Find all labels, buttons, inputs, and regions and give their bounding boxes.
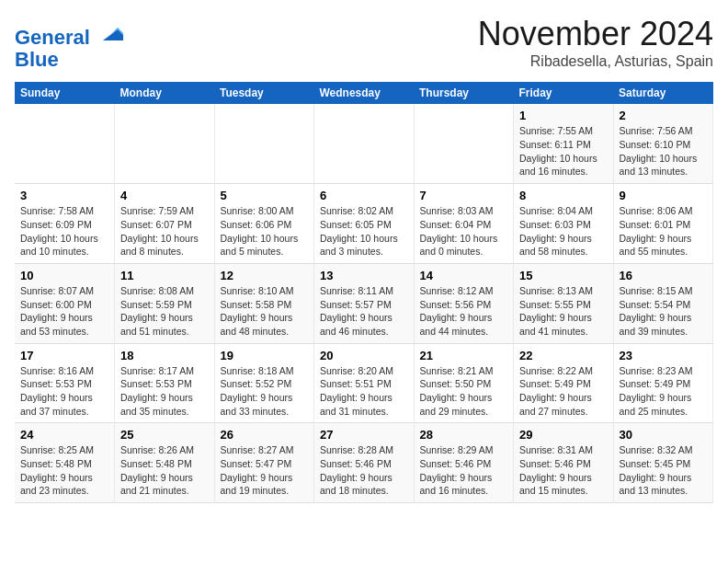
day-info: Sunrise: 7:56 AMSunset: 6:10 PMDaylight:… — [620, 124, 708, 178]
day-number: 4 — [120, 189, 209, 202]
weekday-header-wednesday: Wednesday — [314, 82, 415, 104]
day-number: 14 — [420, 269, 508, 282]
day-info: Sunrise: 7:58 AMSunset: 6:09 PMDaylight:… — [20, 204, 108, 259]
day-cell: 5Sunrise: 8:00 AMSunset: 6:06 PMDaylight… — [214, 184, 314, 264]
week-row-5: 24Sunrise: 8:25 AMSunset: 5:48 PMDayligh… — [15, 423, 713, 503]
day-number: 17 — [20, 349, 108, 362]
weekday-header-tuesday: Tuesday — [214, 82, 314, 104]
week-row-3: 10Sunrise: 8:07 AMSunset: 6:00 PMDayligh… — [15, 263, 713, 343]
day-number: 13 — [320, 269, 408, 282]
day-number: 24 — [20, 428, 108, 442]
day-info: Sunrise: 8:00 AMSunset: 6:06 PMDaylight:… — [221, 204, 309, 259]
day-cell — [214, 104, 314, 183]
day-number: 10 — [20, 269, 108, 282]
day-info: Sunrise: 8:11 AMSunset: 5:57 PMDaylight:… — [320, 284, 408, 339]
logo-line1: General — [15, 26, 90, 49]
day-cell: 12Sunrise: 8:10 AMSunset: 5:58 PMDayligh… — [214, 263, 314, 343]
day-number: 28 — [420, 428, 508, 442]
day-number: 9 — [620, 189, 708, 202]
day-number: 12 — [221, 269, 309, 282]
day-number: 29 — [519, 428, 608, 442]
day-number: 3 — [20, 189, 108, 202]
day-number: 6 — [320, 189, 408, 202]
month-title: November 2024 — [478, 15, 713, 53]
day-info: Sunrise: 7:59 AMSunset: 6:07 PMDaylight:… — [120, 204, 209, 259]
weekday-header-thursday: Thursday — [414, 82, 514, 104]
day-cell: 22Sunrise: 8:22 AMSunset: 5:49 PMDayligh… — [514, 343, 614, 423]
week-row-4: 17Sunrise: 8:16 AMSunset: 5:53 PMDayligh… — [15, 343, 713, 423]
day-info: Sunrise: 8:27 AMSunset: 5:47 PMDaylight:… — [221, 443, 309, 498]
day-cell: 26Sunrise: 8:27 AMSunset: 5:47 PMDayligh… — [214, 423, 314, 503]
day-info: Sunrise: 8:32 AMSunset: 5:45 PMDaylight:… — [620, 443, 708, 498]
day-cell: 8Sunrise: 8:04 AMSunset: 6:03 PMDaylight… — [514, 184, 614, 264]
day-cell: 9Sunrise: 8:06 AMSunset: 6:01 PMDaylight… — [613, 184, 713, 264]
day-number: 15 — [519, 269, 608, 282]
day-cell: 18Sunrise: 8:17 AMSunset: 5:53 PMDayligh… — [115, 343, 215, 423]
day-cell: 7Sunrise: 8:03 AMSunset: 6:04 PMDaylight… — [414, 184, 514, 264]
day-number: 21 — [420, 349, 508, 362]
weekday-header-monday: Monday — [115, 82, 215, 104]
day-cell: 28Sunrise: 8:29 AMSunset: 5:46 PMDayligh… — [414, 423, 514, 503]
day-cell: 23Sunrise: 8:23 AMSunset: 5:49 PMDayligh… — [613, 343, 713, 423]
day-cell: 25Sunrise: 8:26 AMSunset: 5:48 PMDayligh… — [115, 423, 215, 503]
day-number: 7 — [420, 189, 508, 202]
day-info: Sunrise: 8:29 AMSunset: 5:46 PMDaylight:… — [420, 443, 508, 498]
day-cell: 21Sunrise: 8:21 AMSunset: 5:50 PMDayligh… — [414, 343, 514, 423]
day-info: Sunrise: 8:13 AMSunset: 5:55 PMDaylight:… — [519, 284, 608, 339]
day-cell: 1Sunrise: 7:55 AMSunset: 6:11 PMDaylight… — [514, 104, 614, 183]
day-info: Sunrise: 8:20 AMSunset: 5:51 PMDaylight:… — [320, 364, 408, 419]
day-cell — [414, 104, 514, 183]
title-block: November 2024 Ribadesella, Asturias, Spa… — [478, 15, 713, 70]
day-cell: 16Sunrise: 8:15 AMSunset: 5:54 PMDayligh… — [613, 263, 713, 343]
day-info: Sunrise: 8:21 AMSunset: 5:50 PMDaylight:… — [420, 364, 508, 419]
day-info: Sunrise: 8:10 AMSunset: 5:58 PMDaylight:… — [221, 284, 309, 339]
day-cell — [15, 104, 115, 183]
day-number: 25 — [120, 428, 209, 442]
day-number: 16 — [620, 269, 708, 282]
day-cell: 29Sunrise: 8:31 AMSunset: 5:46 PMDayligh… — [514, 423, 614, 503]
day-number: 19 — [221, 349, 309, 362]
day-cell: 27Sunrise: 8:28 AMSunset: 5:46 PMDayligh… — [314, 423, 415, 503]
day-cell: 6Sunrise: 8:02 AMSunset: 6:05 PMDaylight… — [314, 184, 415, 264]
day-number: 11 — [120, 269, 209, 282]
page-header: General Blue November 2024 Ribadesella, … — [15, 15, 713, 71]
day-cell: 13Sunrise: 8:11 AMSunset: 5:57 PMDayligh… — [314, 263, 415, 343]
day-info: Sunrise: 8:12 AMSunset: 5:56 PMDaylight:… — [420, 284, 508, 339]
day-cell: 24Sunrise: 8:25 AMSunset: 5:48 PMDayligh… — [15, 423, 115, 503]
day-cell: 4Sunrise: 7:59 AMSunset: 6:07 PMDaylight… — [115, 184, 215, 264]
weekday-header-friday: Friday — [514, 82, 614, 104]
day-cell: 10Sunrise: 8:07 AMSunset: 6:00 PMDayligh… — [15, 263, 115, 343]
day-cell: 3Sunrise: 7:58 AMSunset: 6:09 PMDaylight… — [15, 184, 115, 264]
weekday-header-row: SundayMondayTuesdayWednesdayThursdayFrid… — [15, 82, 713, 104]
day-info: Sunrise: 8:26 AMSunset: 5:48 PMDaylight:… — [120, 443, 209, 498]
day-cell: 17Sunrise: 8:16 AMSunset: 5:53 PMDayligh… — [15, 343, 115, 423]
day-number: 18 — [120, 349, 209, 362]
day-info: Sunrise: 8:22 AMSunset: 5:49 PMDaylight:… — [519, 364, 608, 419]
day-info: Sunrise: 8:31 AMSunset: 5:46 PMDaylight:… — [519, 443, 608, 498]
logo-icon — [97, 18, 123, 44]
day-info: Sunrise: 8:07 AMSunset: 6:00 PMDaylight:… — [20, 284, 108, 339]
day-cell: 14Sunrise: 8:12 AMSunset: 5:56 PMDayligh… — [414, 263, 514, 343]
day-number: 27 — [320, 428, 408, 442]
week-row-1: 1Sunrise: 7:55 AMSunset: 6:11 PMDaylight… — [15, 104, 713, 183]
day-info: Sunrise: 8:23 AMSunset: 5:49 PMDaylight:… — [620, 364, 708, 419]
day-info: Sunrise: 8:28 AMSunset: 5:46 PMDaylight:… — [320, 443, 408, 498]
day-number: 5 — [221, 189, 309, 202]
week-row-2: 3Sunrise: 7:58 AMSunset: 6:09 PMDaylight… — [15, 184, 713, 264]
day-number: 20 — [320, 349, 408, 362]
day-cell: 2Sunrise: 7:56 AMSunset: 6:10 PMDaylight… — [613, 104, 713, 183]
day-info: Sunrise: 8:03 AMSunset: 6:04 PMDaylight:… — [420, 204, 508, 259]
calendar-table: SundayMondayTuesdayWednesdayThursdayFrid… — [15, 82, 713, 503]
day-info: Sunrise: 8:18 AMSunset: 5:52 PMDaylight:… — [221, 364, 309, 419]
weekday-header-sunday: Sunday — [15, 82, 115, 104]
day-info: Sunrise: 8:06 AMSunset: 6:01 PMDaylight:… — [620, 204, 708, 259]
day-number: 26 — [221, 428, 309, 442]
day-number: 30 — [620, 428, 708, 442]
day-cell: 19Sunrise: 8:18 AMSunset: 5:52 PMDayligh… — [214, 343, 314, 423]
day-cell — [115, 104, 215, 183]
day-number: 8 — [519, 189, 608, 202]
day-cell: 11Sunrise: 8:08 AMSunset: 5:59 PMDayligh… — [115, 263, 215, 343]
day-cell — [314, 104, 415, 183]
day-number: 23 — [620, 349, 708, 362]
day-cell: 20Sunrise: 8:20 AMSunset: 5:51 PMDayligh… — [314, 343, 415, 423]
